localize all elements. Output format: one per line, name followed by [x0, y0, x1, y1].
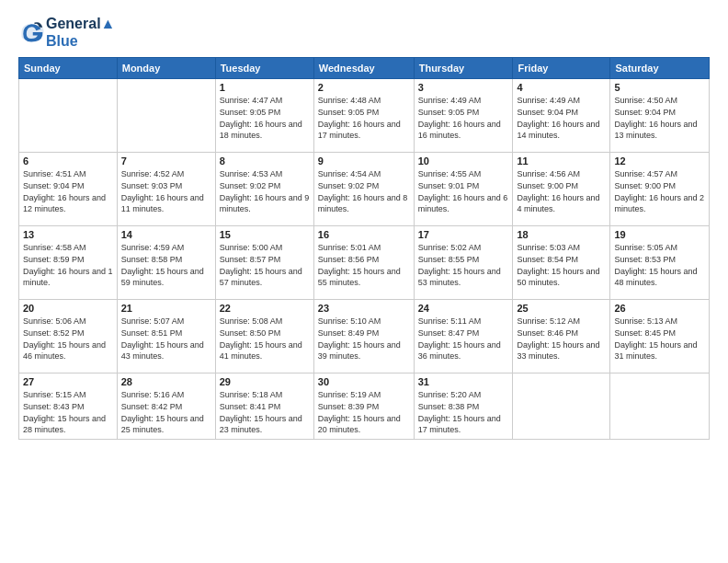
- calendar-cell: 17Sunrise: 5:02 AM Sunset: 8:55 PM Dayli…: [414, 226, 513, 300]
- calendar-cell: 1Sunrise: 4:47 AM Sunset: 9:05 PM Daylig…: [215, 79, 313, 153]
- day-info: Sunrise: 5:03 AM Sunset: 8:54 PM Dayligh…: [517, 242, 606, 288]
- day-number: 23: [318, 303, 410, 314]
- day-info: Sunrise: 4:47 AM Sunset: 9:05 PM Dayligh…: [220, 95, 310, 141]
- calendar-cell: 15Sunrise: 5:00 AM Sunset: 8:57 PM Dayli…: [215, 226, 313, 300]
- day-number: 17: [418, 229, 509, 240]
- day-info: Sunrise: 4:57 AM Sunset: 9:00 PM Dayligh…: [614, 168, 705, 214]
- calendar-week-row: 27Sunrise: 5:15 AM Sunset: 8:43 PM Dayli…: [19, 373, 710, 439]
- logo-text: General▲ Blue: [46, 15, 115, 50]
- calendar-cell: [513, 373, 610, 439]
- day-number: 2: [318, 82, 410, 93]
- calendar-week-row: 20Sunrise: 5:06 AM Sunset: 8:52 PM Dayli…: [19, 300, 710, 373]
- day-info: Sunrise: 5:02 AM Sunset: 8:55 PM Dayligh…: [418, 242, 509, 288]
- day-number: 29: [220, 376, 310, 387]
- day-info: Sunrise: 5:16 AM Sunset: 8:42 PM Dayligh…: [121, 389, 211, 435]
- calendar-cell: 11Sunrise: 4:56 AM Sunset: 9:00 PM Dayli…: [513, 153, 610, 226]
- day-number: 20: [23, 303, 113, 314]
- day-info: Sunrise: 4:59 AM Sunset: 8:58 PM Dayligh…: [121, 242, 211, 288]
- day-number: 26: [614, 303, 705, 314]
- day-info: Sunrise: 5:20 AM Sunset: 8:38 PM Dayligh…: [418, 389, 509, 435]
- day-info: Sunrise: 4:53 AM Sunset: 9:02 PM Dayligh…: [220, 168, 310, 214]
- day-info: Sunrise: 5:10 AM Sunset: 8:49 PM Dayligh…: [318, 316, 410, 362]
- day-info: Sunrise: 5:08 AM Sunset: 8:50 PM Dayligh…: [220, 316, 310, 362]
- calendar-cell: 13Sunrise: 4:58 AM Sunset: 8:59 PM Dayli…: [19, 226, 118, 300]
- day-number: 21: [121, 303, 211, 314]
- weekday-header-saturday: Saturday: [610, 58, 710, 79]
- calendar-cell: 19Sunrise: 5:05 AM Sunset: 8:53 PM Dayli…: [610, 226, 710, 300]
- day-info: Sunrise: 5:12 AM Sunset: 8:46 PM Dayligh…: [517, 316, 606, 362]
- weekday-header-monday: Monday: [117, 58, 215, 79]
- day-number: 15: [220, 229, 310, 240]
- calendar-cell: 27Sunrise: 5:15 AM Sunset: 8:43 PM Dayli…: [19, 373, 118, 439]
- calendar-cell: 28Sunrise: 5:16 AM Sunset: 8:42 PM Dayli…: [117, 373, 215, 439]
- day-info: Sunrise: 5:18 AM Sunset: 8:41 PM Dayligh…: [220, 389, 310, 435]
- calendar-cell: [117, 79, 215, 153]
- day-info: Sunrise: 4:56 AM Sunset: 9:00 PM Dayligh…: [517, 168, 606, 214]
- day-number: 8: [220, 155, 310, 167]
- day-number: 22: [220, 303, 310, 314]
- day-info: Sunrise: 4:54 AM Sunset: 9:02 PM Dayligh…: [318, 168, 410, 214]
- calendar-cell: 20Sunrise: 5:06 AM Sunset: 8:52 PM Dayli…: [19, 300, 118, 373]
- day-info: Sunrise: 5:01 AM Sunset: 8:56 PM Dayligh…: [318, 242, 410, 288]
- day-number: 6: [23, 155, 113, 167]
- calendar-cell: 6Sunrise: 4:51 AM Sunset: 9:04 PM Daylig…: [19, 153, 118, 226]
- day-info: Sunrise: 5:11 AM Sunset: 8:47 PM Dayligh…: [418, 316, 509, 362]
- day-number: 16: [318, 229, 410, 240]
- day-info: Sunrise: 4:49 AM Sunset: 9:04 PM Dayligh…: [517, 95, 606, 141]
- day-number: 1: [220, 82, 310, 93]
- day-info: Sunrise: 5:05 AM Sunset: 8:53 PM Dayligh…: [614, 242, 705, 288]
- calendar-cell: 5Sunrise: 4:50 AM Sunset: 9:04 PM Daylig…: [610, 79, 710, 153]
- day-info: Sunrise: 5:13 AM Sunset: 8:45 PM Dayligh…: [614, 316, 705, 362]
- day-number: 11: [517, 155, 606, 167]
- day-info: Sunrise: 4:55 AM Sunset: 9:01 PM Dayligh…: [418, 168, 509, 214]
- calendar-cell: 12Sunrise: 4:57 AM Sunset: 9:00 PM Dayli…: [610, 153, 710, 226]
- day-number: 28: [121, 376, 211, 387]
- day-info: Sunrise: 4:48 AM Sunset: 9:05 PM Dayligh…: [318, 95, 410, 141]
- day-number: 12: [614, 155, 705, 167]
- weekday-header-tuesday: Tuesday: [215, 58, 313, 79]
- day-number: 5: [614, 82, 705, 93]
- weekday-header-wednesday: Wednesday: [313, 58, 414, 79]
- day-number: 13: [23, 229, 113, 240]
- day-number: 24: [418, 303, 509, 314]
- calendar-cell: 10Sunrise: 4:55 AM Sunset: 9:01 PM Dayli…: [414, 153, 513, 226]
- logo-icon: [18, 19, 44, 45]
- day-info: Sunrise: 5:19 AM Sunset: 8:39 PM Dayligh…: [318, 389, 410, 435]
- calendar-cell: 4Sunrise: 4:49 AM Sunset: 9:04 PM Daylig…: [513, 79, 610, 153]
- day-number: 27: [23, 376, 113, 387]
- calendar-cell: 14Sunrise: 4:59 AM Sunset: 8:58 PM Dayli…: [117, 226, 215, 300]
- calendar-cell: 25Sunrise: 5:12 AM Sunset: 8:46 PM Dayli…: [513, 300, 610, 373]
- calendar-cell: 31Sunrise: 5:20 AM Sunset: 8:38 PM Dayli…: [414, 373, 513, 439]
- day-number: 19: [614, 229, 705, 240]
- weekday-header-friday: Friday: [513, 58, 610, 79]
- day-info: Sunrise: 4:51 AM Sunset: 9:04 PM Dayligh…: [23, 168, 113, 214]
- calendar-cell: 22Sunrise: 5:08 AM Sunset: 8:50 PM Dayli…: [215, 300, 313, 373]
- weekday-header-row: SundayMondayTuesdayWednesdayThursdayFrid…: [19, 58, 710, 79]
- calendar-cell: 24Sunrise: 5:11 AM Sunset: 8:47 PM Dayli…: [414, 300, 513, 373]
- day-number: 7: [121, 155, 211, 167]
- weekday-header-sunday: Sunday: [19, 58, 118, 79]
- weekday-header-thursday: Thursday: [414, 58, 513, 79]
- calendar-cell: 3Sunrise: 4:49 AM Sunset: 9:05 PM Daylig…: [414, 79, 513, 153]
- calendar-cell: 9Sunrise: 4:54 AM Sunset: 9:02 PM Daylig…: [313, 153, 414, 226]
- day-number: 14: [121, 229, 211, 240]
- day-info: Sunrise: 4:50 AM Sunset: 9:04 PM Dayligh…: [614, 95, 705, 141]
- day-number: 4: [517, 82, 606, 93]
- day-info: Sunrise: 4:49 AM Sunset: 9:05 PM Dayligh…: [418, 95, 509, 141]
- calendar-cell: [610, 373, 710, 439]
- calendar-cell: 29Sunrise: 5:18 AM Sunset: 8:41 PM Dayli…: [215, 373, 313, 439]
- calendar-cell: 30Sunrise: 5:19 AM Sunset: 8:39 PM Dayli…: [313, 373, 414, 439]
- page: General▲ Blue SundayMondayTuesdayWednesd…: [0, 0, 728, 563]
- calendar-week-row: 1Sunrise: 4:47 AM Sunset: 9:05 PM Daylig…: [19, 79, 710, 153]
- day-number: 31: [418, 376, 509, 387]
- day-info: Sunrise: 5:06 AM Sunset: 8:52 PM Dayligh…: [23, 316, 113, 362]
- day-number: 9: [318, 155, 410, 167]
- day-number: 30: [318, 376, 410, 387]
- day-info: Sunrise: 5:15 AM Sunset: 8:43 PM Dayligh…: [23, 389, 113, 435]
- logo: General▲ Blue: [18, 15, 115, 50]
- calendar-cell: [19, 79, 118, 153]
- day-info: Sunrise: 5:07 AM Sunset: 8:51 PM Dayligh…: [121, 316, 211, 362]
- calendar-cell: 26Sunrise: 5:13 AM Sunset: 8:45 PM Dayli…: [610, 300, 710, 373]
- calendar-week-row: 6Sunrise: 4:51 AM Sunset: 9:04 PM Daylig…: [19, 153, 710, 226]
- day-info: Sunrise: 5:00 AM Sunset: 8:57 PM Dayligh…: [220, 242, 310, 288]
